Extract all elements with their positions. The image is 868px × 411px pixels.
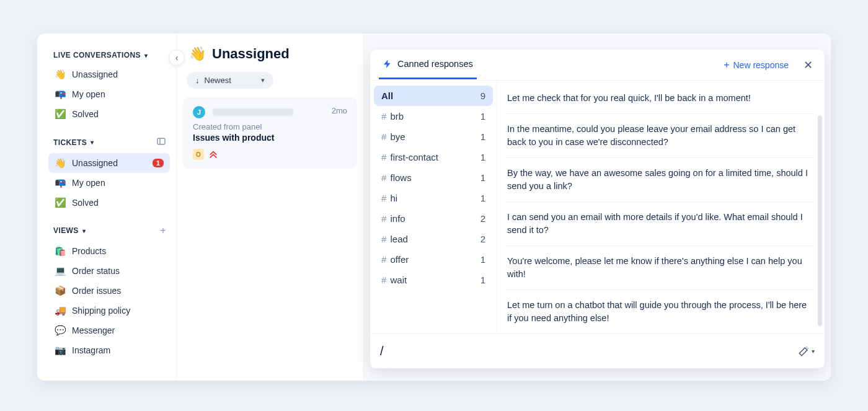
panel-icon[interactable] — [156, 136, 166, 148]
ticket-card[interactable]: J 2mo Created from panel Issues with pro… — [183, 97, 357, 169]
response-item[interactable]: Let me check that for you real quick, I'… — [506, 83, 813, 114]
hash-icon: # — [381, 234, 386, 244]
sidebar-item-view-orderissues[interactable]: 📦 Order issues — [48, 281, 170, 301]
main-panel: Canned responses + New response ✕ All — [364, 33, 831, 381]
sidebar-section-live: LIVE CONVERSATIONS ▾ 👋 Unassigned 📭 My o… — [48, 48, 170, 124]
sort-label: Newest — [205, 76, 231, 85]
scrollbar[interactable] — [818, 115, 822, 326]
wand-icon — [798, 346, 809, 357]
sidebar-item-view-products[interactable]: 🛍️ Products — [48, 241, 170, 261]
hash-icon: # — [381, 111, 386, 122]
ticket-list-column: ‹ 👋 Unassigned ↓ Newest ▾ J 2mo Created … — [177, 33, 364, 381]
category-label: hi — [391, 193, 398, 203]
category-count: 1 — [480, 193, 485, 203]
category-label: first-contact — [391, 152, 439, 162]
category-item[interactable]: # flows 1 — [374, 167, 493, 188]
category-label: flows — [391, 172, 412, 183]
hash-icon: # — [381, 193, 386, 203]
new-response-button[interactable]: + New response — [724, 60, 789, 71]
response-item[interactable]: I can send you an email with more detail… — [506, 202, 813, 246]
ticket-list-title: Unassigned — [212, 46, 290, 62]
hash-icon: # — [381, 254, 386, 265]
hash-icon: # — [381, 152, 386, 162]
response-item[interactable]: You're welcome, please let me know if th… — [506, 246, 813, 290]
response-item[interactable]: Let me turn on a chatbot that will guide… — [506, 290, 813, 334]
category-item[interactable]: # bye 1 — [374, 126, 493, 147]
sidebar-item-label: My open — [72, 89, 105, 99]
sidebar-item-label: Shipping policy — [72, 306, 130, 316]
close-button[interactable]: ✕ — [800, 57, 816, 73]
category-item-all[interactable]: All 9 — [374, 86, 493, 106]
category-item[interactable]: # lead 2 — [374, 229, 493, 249]
badge-count: 1 — [153, 159, 164, 167]
svg-rect-0 — [157, 138, 165, 144]
category-label: offer — [391, 254, 409, 265]
hash-icon: # — [381, 172, 386, 183]
new-response-label: New response — [733, 60, 789, 70]
category-count: 2 — [480, 234, 485, 244]
sidebar-item-view-orderstatus[interactable]: 💻 Order status — [48, 261, 170, 281]
category-label: wait — [391, 275, 407, 285]
ticket-time: 2mo — [332, 106, 347, 115]
compose-input[interactable]: / — [380, 344, 798, 358]
sidebar-header-live[interactable]: LIVE CONVERSATIONS ▾ — [48, 48, 170, 64]
plus-icon[interactable]: + — [160, 225, 166, 236]
sort-dropdown[interactable]: ↓ Newest ▾ — [187, 72, 273, 89]
responses-list[interactable]: Let me check that for you real quick, I'… — [497, 81, 825, 334]
category-item[interactable]: # info 2 — [374, 208, 493, 229]
instagram-icon: 📷 — [55, 345, 66, 356]
truck-icon: 🚚 — [55, 305, 66, 316]
wave-icon: 👋 — [189, 46, 206, 62]
messenger-icon: 💬 — [55, 325, 66, 336]
chevron-left-icon: ‹ — [175, 53, 179, 63]
sidebar-item-view-instagram[interactable]: 📷 Instagram — [48, 340, 170, 360]
sidebar-item-label: Solved — [72, 109, 99, 119]
category-label: bye — [391, 131, 405, 142]
chevron-down-icon: ▾ — [91, 139, 94, 146]
category-label: lead — [391, 234, 408, 244]
category-label: All — [381, 91, 393, 101]
box-icon: 📦 — [55, 285, 66, 296]
wave-icon: 👋 — [55, 157, 66, 169]
response-item[interactable]: In the meantime, could you please leave … — [506, 114, 813, 158]
plus-icon: + — [724, 60, 729, 71]
sidebar-item-tickets-unassigned[interactable]: 👋 Unassigned 1 — [48, 153, 170, 173]
category-item[interactable]: # wait 1 — [374, 270, 493, 290]
chevron-down-icon: ▾ — [812, 348, 815, 355]
popover-actions: + New response ✕ — [724, 57, 816, 73]
wave-icon: 👋 — [55, 69, 66, 80]
ai-wand-button[interactable]: ▾ — [798, 346, 815, 357]
inbox-icon: 📭 — [55, 177, 66, 188]
ticket-flags: O — [193, 149, 347, 160]
sidebar-header-tickets[interactable]: TICKETS ▾ — [48, 134, 170, 153]
compose-bar[interactable]: / ▾ — [370, 334, 825, 368]
category-item[interactable]: # brb 1 — [374, 106, 493, 126]
sidebar-header-views[interactable]: VIEWS ▾ + — [48, 223, 170, 241]
inbox-icon: 📭 — [55, 89, 66, 100]
sidebar-item-live-solved[interactable]: ✅ Solved — [48, 104, 170, 124]
sidebar-item-label: Unassigned — [72, 158, 118, 168]
category-label: info — [391, 213, 405, 224]
category-count: 1 — [480, 131, 485, 142]
sidebar-item-live-unassigned[interactable]: 👋 Unassigned — [48, 64, 170, 84]
sidebar-item-label: Solved — [72, 198, 99, 208]
category-count: 2 — [480, 213, 485, 224]
sidebar-item-view-messenger[interactable]: 💬 Messenger — [48, 320, 170, 340]
sidebar-item-view-shipping[interactable]: 🚚 Shipping policy — [48, 301, 170, 320]
sidebar-item-live-myopen[interactable]: 📭 My open — [48, 84, 170, 104]
tab-label: Canned responses — [397, 59, 473, 69]
chevron-down-icon: ▾ — [82, 228, 86, 234]
chevron-down-icon: ▾ — [144, 52, 148, 59]
category-count: 1 — [480, 172, 485, 183]
category-item[interactable]: # offer 1 — [374, 249, 493, 270]
category-item[interactable]: # hi 1 — [374, 188, 493, 208]
hash-icon: # — [381, 131, 386, 142]
tab-canned-responses[interactable]: Canned responses — [379, 50, 477, 79]
response-item[interactable]: By the way, we have an awesome sales goi… — [506, 158, 813, 202]
sidebar-item-tickets-myopen[interactable]: 📭 My open — [48, 173, 170, 193]
collapse-sidebar-button[interactable]: ‹ — [169, 50, 185, 66]
sidebar-item-label: My open — [72, 178, 105, 188]
bag-icon: 🛍️ — [55, 245, 66, 257]
category-item[interactable]: # first-contact 1 — [374, 147, 493, 167]
sidebar-item-tickets-solved[interactable]: ✅ Solved — [48, 193, 170, 213]
